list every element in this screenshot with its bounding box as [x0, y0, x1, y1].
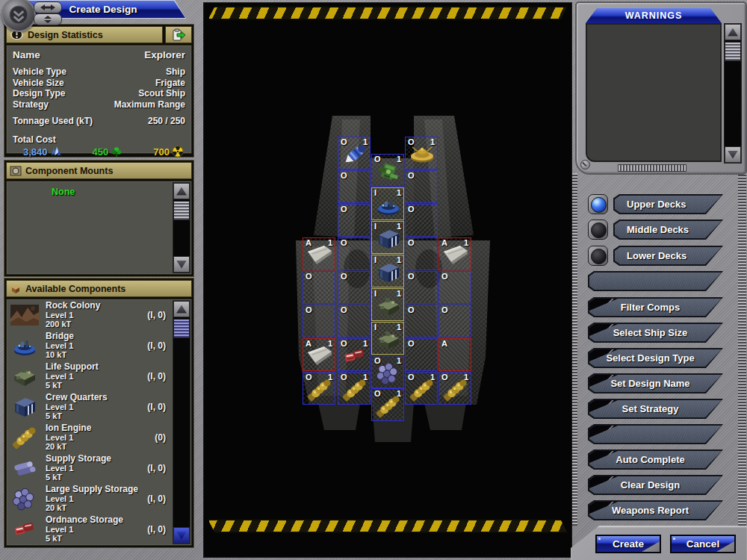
design-slot[interactable]: A1 — [303, 338, 335, 371]
design-slot[interactable]: O1 — [338, 338, 371, 371]
slot-type-label: O — [408, 305, 415, 314]
field-label: Vehicle Type — [13, 66, 66, 78]
filter-comps-button[interactable]: Filter Comps — [588, 297, 723, 317]
cancel-button[interactable]: Cancel — [670, 535, 736, 553]
set-design-name-button[interactable]: Set Design Name — [588, 373, 723, 393]
life-icon — [374, 293, 403, 319]
scroll-up-button[interactable] — [725, 24, 741, 40]
component-size: 20 kT — [46, 442, 91, 452]
blank-deck-button[interactable] — [588, 271, 723, 291]
design-slot[interactable]: O — [405, 204, 438, 237]
hazard-stripe-bottom — [208, 519, 568, 533]
lower-decks-button[interactable]: Lower Decks — [613, 246, 723, 266]
component-item-ion-engine[interactable]: Ion EngineLevel 120 kT(0) — [7, 422, 191, 452]
set-strategy-button[interactable]: Set Strategy — [588, 399, 723, 419]
design-slot[interactable]: O — [303, 271, 335, 304]
design-slot[interactable]: O1 — [338, 137, 371, 169]
scroll-down-button[interactable] — [173, 256, 190, 273]
design-slot[interactable]: O1 — [371, 355, 404, 388]
design-slot[interactable]: O — [438, 271, 471, 304]
slot-type-label: O — [408, 238, 415, 247]
component-item-supply-storage[interactable]: Supply StorageLevel 15 kT(I, 0) — [7, 452, 191, 483]
design-slot[interactable]: O — [405, 237, 438, 270]
component-item-bridge[interactable]: BridgeLevel 110 kT(I, 0) — [7, 330, 191, 361]
field-label: Strategy — [13, 99, 49, 111]
clear-design-button[interactable]: Clear Design — [588, 475, 723, 495]
design-slot[interactable]: O — [338, 170, 371, 203]
tonnage-label: Tonnage Used (kT) — [13, 116, 93, 127]
toggle-horizontal-button[interactable] — [34, 1, 62, 13]
component-mounts-list[interactable]: None — [6, 181, 192, 275]
design-slot[interactable]: O — [338, 237, 371, 270]
design-slot[interactable]: O1 — [438, 372, 471, 405]
design-slot[interactable]: O1 — [371, 388, 404, 421]
design-report-button[interactable] — [165, 26, 192, 43]
design-slot[interactable]: O — [338, 271, 371, 304]
design-slot[interactable]: A — [438, 338, 471, 371]
create-design-window: O1O1O1OOI1OOI1A1OOA1I1OOOOI1OOOOI1A1O1OA… — [0, 0, 747, 560]
engine-icon — [340, 377, 370, 402]
middle-decks-radio[interactable] — [588, 220, 608, 240]
lower-decks-radio[interactable] — [588, 246, 608, 266]
design-slot[interactable]: O — [338, 305, 371, 337]
design-slot[interactable]: O1 — [303, 372, 335, 405]
design-slot[interactable]: I1 — [371, 288, 404, 321]
design-slot[interactable]: O — [303, 305, 335, 337]
design-slot[interactable]: O — [405, 271, 438, 304]
design-slot[interactable]: I1 — [371, 221, 404, 254]
component-item-life-support[interactable]: Life SupportLevel 15 kT(I, 0) — [7, 361, 191, 391]
component-item-crew-quarters[interactable]: Crew QuartersLevel 15 kT(I, 0) — [7, 391, 191, 422]
mount-selection[interactable]: None — [52, 187, 75, 197]
slot-type-label: O — [441, 305, 448, 314]
middle-decks-button[interactable]: Middle Decks — [613, 220, 723, 240]
slot-type-label: O — [441, 272, 448, 281]
component-name: Life Support — [46, 362, 99, 372]
scrollbar-thumb[interactable] — [725, 42, 741, 61]
scroll-up-button[interactable] — [173, 183, 190, 199]
toggle-vertical-button[interactable] — [34, 13, 62, 25]
supplyL-icon — [374, 361, 403, 386]
upper-decks-radio[interactable] — [588, 194, 608, 214]
tonnage-value: 250 / 250 — [148, 116, 185, 127]
scroll-down-button[interactable] — [173, 527, 190, 544]
component-level: Level 1 — [46, 372, 99, 382]
slot-type-label: O — [306, 272, 312, 281]
design-slot[interactable]: O — [438, 305, 471, 337]
select-design-type-button[interactable]: Select Design Type — [588, 348, 723, 368]
design-slot[interactable]: O1 — [338, 372, 371, 405]
scrollbar-thumb[interactable] — [173, 319, 190, 338]
design-slot[interactable]: A1 — [438, 237, 471, 270]
design-slot[interactable]: O — [405, 170, 438, 203]
blank-button[interactable] — [588, 424, 723, 444]
design-slot[interactable]: I1 — [371, 187, 404, 220]
scroll-down-button[interactable] — [725, 146, 741, 163]
design-slot[interactable]: A1 — [303, 237, 335, 270]
auto-complete-button[interactable]: Auto Complete — [588, 449, 723, 470]
design-slot[interactable]: I1 — [371, 322, 404, 355]
component-count: (I, 0) — [147, 402, 166, 412]
design-slot[interactable]: O1 — [371, 154, 404, 187]
component-item-large-supply-storage[interactable]: Large Supply StorageLevel 120 kT(I, 0) — [7, 483, 191, 514]
design-slot[interactable]: I1 — [371, 255, 404, 287]
select-ship-size-button[interactable]: Select Ship Size — [588, 323, 723, 343]
design-slot[interactable]: O1 — [405, 137, 438, 169]
armor-icon — [305, 243, 335, 268]
component-name: Supply Storage — [46, 454, 111, 464]
arrow-up-icon — [176, 187, 187, 196]
engine-icon — [374, 393, 403, 419]
design-slot[interactable]: O — [405, 305, 438, 337]
create-button[interactable]: Create — [595, 535, 661, 553]
component-level: Level 1 — [46, 525, 123, 535]
rivet-plate-icon — [10, 166, 22, 176]
upper-decks-button[interactable]: Upper Decks — [613, 194, 723, 214]
design-slot[interactable]: O1 — [405, 372, 438, 405]
scroll-up-button[interactable] — [173, 301, 190, 317]
component-item-ordnance-storage[interactable]: Ordnance StorageLevel 15 kT(I, 0) — [7, 514, 191, 544]
design-slot[interactable]: O — [338, 204, 371, 237]
component-item-rock-colony[interactable]: Rock ColonyLevel 1200 kT(I, 0) — [7, 299, 191, 330]
component-count: (I, 0) — [147, 524, 166, 535]
button-label: Clear Design — [621, 479, 690, 491]
design-slot[interactable]: O — [405, 338, 438, 371]
weapons-report-button[interactable]: Weapons Report — [588, 500, 723, 520]
scrollbar-thumb[interactable] — [173, 201, 190, 220]
